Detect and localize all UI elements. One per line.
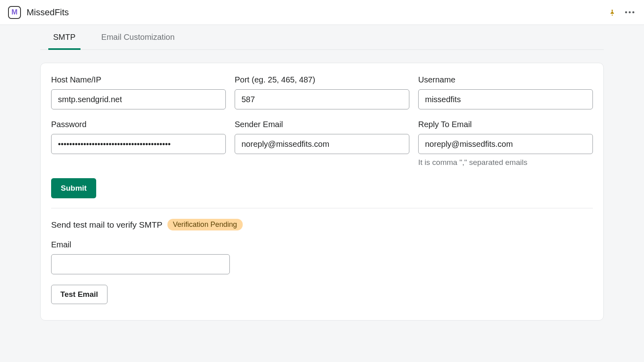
label-reply-to: Reply To Email — [418, 120, 593, 129]
section-divider — [51, 208, 593, 208]
input-password[interactable] — [51, 134, 226, 154]
field-password: Password — [51, 120, 226, 167]
verify-heading: Send test mail to verify SMTP — [51, 220, 163, 230]
app-logo: M — [8, 6, 21, 19]
input-sender-email[interactable] — [235, 134, 409, 154]
field-username: Username — [418, 75, 593, 109]
tabs: SMTP Email Customization — [40, 25, 604, 50]
verification-status-badge: Verification Pending — [167, 219, 243, 230]
smtp-form-grid: Host Name/IP Port (eg. 25, 465, 487) Use… — [51, 75, 593, 167]
field-test-email: Email — [51, 240, 230, 274]
label-host: Host Name/IP — [51, 75, 226, 84]
field-host: Host Name/IP — [51, 75, 226, 109]
smtp-settings-card: Host Name/IP Port (eg. 25, 465, 487) Use… — [40, 63, 604, 321]
topbar: M MissedFits — [0, 0, 644, 25]
tab-email-customization[interactable]: Email Customization — [97, 25, 180, 50]
label-username: Username — [418, 75, 593, 84]
field-reply-to: Reply To Email It is comma "," separated… — [418, 120, 593, 167]
test-email-button[interactable]: Test Email — [51, 285, 107, 304]
field-sender-email: Sender Email — [235, 120, 409, 167]
input-test-email[interactable] — [51, 254, 230, 274]
input-host[interactable] — [51, 89, 226, 109]
label-port: Port (eg. 25, 465, 487) — [235, 75, 409, 84]
topbar-left: M MissedFits — [8, 6, 69, 19]
app-logo-letter: M — [12, 8, 18, 16]
input-reply-to[interactable] — [418, 134, 593, 154]
label-sender-email: Sender Email — [235, 120, 409, 129]
label-password: Password — [51, 120, 226, 129]
input-port[interactable] — [235, 89, 409, 109]
more-icon[interactable] — [623, 10, 636, 15]
help-reply-to: It is comma "," separated emails — [418, 158, 593, 167]
page-body: SMTP Email Customization Host Name/IP Po… — [0, 25, 644, 321]
topbar-right — [608, 8, 636, 16]
field-port: Port (eg. 25, 465, 487) — [235, 75, 409, 109]
tab-smtp[interactable]: SMTP — [48, 25, 80, 50]
label-test-email: Email — [51, 240, 230, 249]
submit-button[interactable]: Submit — [51, 178, 96, 198]
app-title: MissedFits — [27, 7, 69, 18]
input-username[interactable] — [418, 89, 593, 109]
pin-icon[interactable] — [608, 8, 616, 16]
verify-heading-row: Send test mail to verify SMTP Verificati… — [51, 219, 593, 230]
